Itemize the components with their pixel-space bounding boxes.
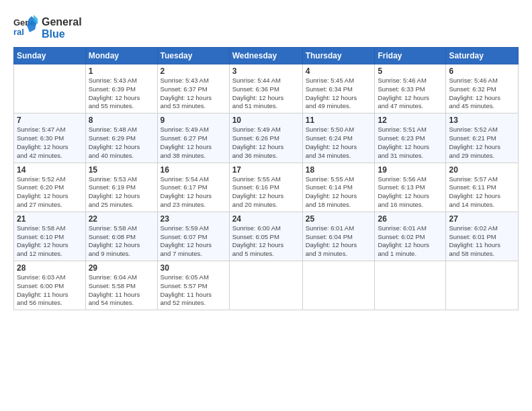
day-number: 25 (306, 214, 372, 224)
day-info: Sunrise: 5:47 AM Sunset: 6:30 PM Dayligh… (17, 126, 83, 160)
weekday-header-sunday: Sunday (14, 48, 86, 64)
weekday-header-saturday: Saturday (446, 48, 519, 64)
calendar-cell: 27Sunrise: 6:02 AM Sunset: 6:01 PM Dayli… (446, 212, 519, 261)
day-number: 6 (449, 66, 515, 76)
calendar-cell: 18Sunrise: 5:55 AM Sunset: 6:14 PM Dayli… (302, 163, 375, 212)
day-info: Sunrise: 5:48 AM Sunset: 6:29 PM Dayligh… (89, 126, 154, 160)
calendar-cell: 15Sunrise: 5:53 AM Sunset: 6:19 PM Dayli… (85, 163, 157, 212)
day-info: Sunrise: 5:46 AM Sunset: 6:32 PM Dayligh… (449, 77, 515, 111)
calendar-cell: 17Sunrise: 5:55 AM Sunset: 6:16 PM Dayli… (229, 163, 302, 212)
day-number: 24 (232, 214, 300, 224)
day-number: 12 (378, 116, 443, 125)
calendar-cell: 5Sunrise: 5:46 AM Sunset: 6:33 PM Daylig… (375, 64, 446, 113)
logo-blue: Blue (42, 28, 82, 40)
svg-text:ral: ral (13, 27, 24, 37)
calendar-cell (229, 261, 302, 310)
calendar-cell: 13Sunrise: 5:52 AM Sunset: 6:21 PM Dayli… (446, 113, 519, 163)
calendar-cell (446, 261, 519, 310)
calendar-cell: 23Sunrise: 5:59 AM Sunset: 6:07 PM Dayli… (157, 212, 229, 261)
day-info: Sunrise: 6:03 AM Sunset: 6:00 PM Dayligh… (17, 273, 83, 308)
day-info: Sunrise: 5:55 AM Sunset: 6:14 PM Dayligh… (306, 175, 372, 210)
calendar-cell: 16Sunrise: 5:54 AM Sunset: 6:17 PM Dayli… (157, 163, 229, 212)
day-number: 28 (17, 263, 83, 273)
calendar-cell: 25Sunrise: 6:01 AM Sunset: 6:04 PM Dayli… (302, 212, 375, 261)
day-number: 20 (449, 165, 515, 175)
calendar-cell (302, 261, 375, 310)
calendar-cell: 7Sunrise: 5:47 AM Sunset: 6:30 PM Daylig… (14, 113, 86, 163)
weekday-header-monday: Monday (85, 48, 157, 64)
calendar-cell: 3Sunrise: 5:44 AM Sunset: 6:36 PM Daylig… (229, 64, 302, 113)
day-number: 15 (89, 165, 154, 175)
calendar-cell: 8Sunrise: 5:48 AM Sunset: 6:29 PM Daylig… (85, 113, 157, 163)
calendar-cell: 24Sunrise: 6:00 AM Sunset: 6:05 PM Dayli… (229, 212, 302, 261)
calendar-cell (14, 64, 86, 113)
day-info: Sunrise: 5:55 AM Sunset: 6:16 PM Dayligh… (232, 175, 300, 210)
day-info: Sunrise: 5:52 AM Sunset: 6:20 PM Dayligh… (17, 175, 83, 210)
day-info: Sunrise: 5:51 AM Sunset: 6:23 PM Dayligh… (378, 126, 443, 160)
weekday-header-thursday: Thursday (302, 48, 375, 64)
day-info: Sunrise: 5:43 AM Sunset: 6:37 PM Dayligh… (161, 77, 226, 111)
calendar-cell: 4Sunrise: 5:45 AM Sunset: 6:34 PM Daylig… (302, 64, 375, 113)
week-row-3: 14Sunrise: 5:52 AM Sunset: 6:20 PM Dayli… (14, 163, 519, 212)
day-number: 23 (161, 214, 226, 224)
calendar-cell: 21Sunrise: 5:58 AM Sunset: 6:10 PM Dayli… (14, 212, 86, 261)
calendar-cell: 2Sunrise: 5:43 AM Sunset: 6:37 PM Daylig… (157, 64, 229, 113)
day-info: Sunrise: 5:58 AM Sunset: 6:08 PM Dayligh… (89, 224, 154, 259)
day-number: 3 (232, 66, 300, 76)
calendar-cell: 11Sunrise: 5:50 AM Sunset: 6:24 PM Dayli… (302, 113, 375, 163)
week-row-2: 7Sunrise: 5:47 AM Sunset: 6:30 PM Daylig… (14, 113, 519, 163)
calendar-cell: 12Sunrise: 5:51 AM Sunset: 6:23 PM Dayli… (375, 113, 446, 163)
day-number: 8 (89, 116, 154, 125)
day-number: 18 (306, 165, 372, 175)
calendar-cell: 20Sunrise: 5:57 AM Sunset: 6:11 PM Dayli… (446, 163, 519, 212)
day-number: 16 (161, 165, 226, 175)
calendar-cell (375, 261, 446, 310)
day-number: 13 (449, 116, 515, 125)
calendar-cell: 1Sunrise: 5:43 AM Sunset: 6:39 PM Daylig… (85, 64, 157, 113)
day-number: 4 (306, 66, 372, 76)
weekday-header-row: SundayMondayTuesdayWednesdayThursdayFrid… (14, 48, 519, 64)
day-number: 10 (232, 116, 300, 125)
day-info: Sunrise: 5:49 AM Sunset: 6:26 PM Dayligh… (232, 126, 300, 160)
day-info: Sunrise: 6:01 AM Sunset: 6:02 PM Dayligh… (378, 224, 443, 259)
day-number: 9 (161, 116, 226, 125)
day-number: 21 (17, 214, 83, 224)
calendar-cell: 26Sunrise: 6:01 AM Sunset: 6:02 PM Dayli… (375, 212, 446, 261)
calendar-cell: 28Sunrise: 6:03 AM Sunset: 6:00 PM Dayli… (14, 261, 86, 310)
day-info: Sunrise: 5:56 AM Sunset: 6:13 PM Dayligh… (378, 175, 443, 210)
day-number: 27 (449, 214, 515, 224)
day-number: 2 (161, 66, 226, 76)
day-info: Sunrise: 5:46 AM Sunset: 6:33 PM Dayligh… (378, 77, 443, 111)
day-info: Sunrise: 6:05 AM Sunset: 5:57 PM Dayligh… (161, 273, 226, 308)
calendar-cell: 19Sunrise: 5:56 AM Sunset: 6:13 PM Dayli… (375, 163, 446, 212)
week-row-5: 28Sunrise: 6:03 AM Sunset: 6:00 PM Dayli… (14, 261, 519, 310)
week-row-1: 1Sunrise: 5:43 AM Sunset: 6:39 PM Daylig… (14, 64, 519, 113)
day-number: 11 (306, 116, 372, 125)
calendar-table: SundayMondayTuesdayWednesdayThursdayFrid… (13, 47, 519, 310)
day-info: Sunrise: 5:57 AM Sunset: 6:11 PM Dayligh… (449, 175, 515, 210)
day-info: Sunrise: 5:53 AM Sunset: 6:19 PM Dayligh… (89, 175, 154, 210)
calendar-cell: 10Sunrise: 5:49 AM Sunset: 6:26 PM Dayli… (229, 113, 302, 163)
day-info: Sunrise: 6:04 AM Sunset: 5:58 PM Dayligh… (89, 273, 154, 308)
calendar-cell: 22Sunrise: 5:58 AM Sunset: 6:08 PM Dayli… (85, 212, 157, 261)
day-info: Sunrise: 5:52 AM Sunset: 6:21 PM Dayligh… (449, 126, 515, 160)
day-number: 7 (17, 116, 83, 125)
day-number: 26 (378, 214, 443, 224)
day-number: 30 (161, 263, 226, 273)
day-info: Sunrise: 5:49 AM Sunset: 6:27 PM Dayligh… (161, 126, 226, 160)
calendar-cell: 30Sunrise: 6:05 AM Sunset: 5:57 PM Dayli… (157, 261, 229, 310)
day-number: 17 (232, 165, 300, 175)
day-number: 22 (89, 214, 154, 224)
day-info: Sunrise: 5:50 AM Sunset: 6:24 PM Dayligh… (306, 126, 372, 160)
weekday-header-friday: Friday (375, 48, 446, 64)
logo: Gene ral General Blue (13, 15, 82, 42)
day-number: 19 (378, 165, 443, 175)
day-number: 29 (89, 263, 154, 273)
day-info: Sunrise: 5:59 AM Sunset: 6:07 PM Dayligh… (161, 224, 226, 259)
header: Gene ral General Blue (13, 12, 519, 42)
page: Gene ral General Blue SundayMondayTuesda… (0, 0, 532, 411)
day-info: Sunrise: 6:01 AM Sunset: 6:04 PM Dayligh… (306, 224, 372, 259)
day-info: Sunrise: 5:45 AM Sunset: 6:34 PM Dayligh… (306, 77, 372, 111)
day-info: Sunrise: 6:02 AM Sunset: 6:01 PM Dayligh… (449, 224, 515, 259)
day-info: Sunrise: 5:43 AM Sunset: 6:39 PM Dayligh… (89, 77, 154, 111)
